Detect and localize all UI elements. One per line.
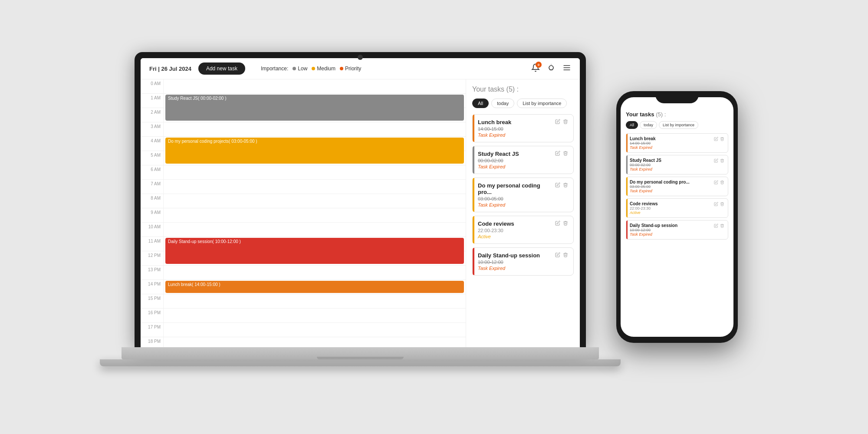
- phone-task-name: Lunch break: [630, 136, 714, 141]
- calendar-task-block[interactable]: Study React JS( 00:00-02:00 ): [165, 95, 464, 121]
- laptop-camera: [358, 55, 363, 60]
- time-label: 1 AM: [141, 94, 163, 102]
- phone-task-status: Task Expired: [630, 145, 714, 150]
- bulb-icon[interactable]: [547, 63, 556, 74]
- importance-label: Importance:: [261, 66, 288, 72]
- phone-task-status: Task Expired: [630, 189, 714, 193]
- legend-medium-label: Medium: [317, 66, 335, 72]
- phone-filter-tab-all[interactable]: All: [626, 121, 638, 129]
- task-edit-button[interactable]: [555, 151, 560, 157]
- task-item-header: Code reviews: [478, 220, 568, 227]
- phone-edit-button[interactable]: [714, 202, 718, 207]
- time-line: [163, 309, 466, 322]
- phone-delete-button[interactable]: [720, 224, 724, 229]
- time-line: [163, 194, 466, 208]
- task-accent: [473, 248, 474, 275]
- phone-screen: Your tasks (5) :AlltodayList by importan…: [621, 97, 733, 337]
- task-status: Task Expired: [478, 132, 568, 138]
- phone-tasks-title: Your tasks (5) :: [626, 111, 728, 118]
- time-line: Daily Stand-up session( 10:00-12:00 ): [163, 237, 466, 251]
- time-label: 3 AM: [141, 122, 163, 131]
- menu-icon[interactable]: [562, 63, 571, 74]
- phone-task-left: Study React JS00:00-02:00Task Expired: [630, 158, 714, 171]
- importance-legend: Importance: Low Medium Priority: [261, 66, 361, 72]
- time-slot: 9 AM: [141, 208, 466, 223]
- task-edit-button[interactable]: [555, 182, 560, 189]
- calendar-task-block[interactable]: Daily Stand-up session( 10:00-12:00 ): [165, 238, 464, 264]
- dot-medium-icon: [312, 67, 315, 70]
- phone-task-name: Do my personal coding pro...: [630, 180, 714, 184]
- phone-task-item: Study React JS00:00-02:00Task Expired: [626, 155, 728, 174]
- tasks-title-text: Your tasks: [472, 85, 506, 93]
- date-value: 26 Jul 2024: [161, 66, 191, 72]
- time-line: [163, 165, 466, 179]
- legend-low: Low: [293, 66, 307, 72]
- filter-tabs: AlltodayList by importance: [472, 99, 574, 108]
- task-name: Daily Stand-up session: [478, 252, 540, 259]
- time-slot: 0 AM: [141, 79, 466, 94]
- task-actions: [555, 220, 568, 227]
- task-edit-button[interactable]: [555, 119, 560, 125]
- time-slot: 8 AM: [141, 194, 466, 208]
- task-item: Study React JS00:00-02:00Task Expired: [472, 146, 574, 174]
- time-line: [163, 122, 466, 136]
- task-actions: [555, 151, 568, 157]
- calendar-panel[interactable]: 0 AM1 AMStudy React JS( 00:00-02:00 )2 A…: [141, 79, 466, 347]
- task-delete-button[interactable]: [563, 252, 568, 259]
- time-label: 4 AM: [141, 137, 163, 145]
- filter-tab-importance[interactable]: List by importance: [517, 99, 567, 108]
- task-delete-button[interactable]: [563, 119, 568, 125]
- phone-delete-button[interactable]: [720, 137, 724, 142]
- task-item-header: Study React JS: [478, 151, 568, 157]
- task-time: 14:00-15:00: [478, 126, 568, 132]
- time-label: 12 PM: [141, 251, 163, 260]
- phone-edit-button[interactable]: [714, 180, 718, 185]
- task-delete-button[interactable]: [563, 182, 568, 189]
- task-status: Active: [478, 234, 568, 239]
- phone-task-status: Task Expired: [630, 232, 714, 237]
- task-item-header: Lunch break: [478, 119, 568, 125]
- task-item-header: Do my personal coding pro...: [478, 182, 568, 195]
- calendar-task-block[interactable]: Do my personal coding projects( 03:00-05…: [165, 138, 464, 164]
- laptop-foot: [100, 359, 621, 366]
- notification-button[interactable]: 0: [531, 63, 540, 74]
- task-time: 03:00-05:00: [478, 196, 568, 201]
- filter-tab-all[interactable]: All: [472, 99, 489, 108]
- task-name: Code reviews: [478, 220, 514, 227]
- filter-tab-today[interactable]: today: [491, 99, 514, 108]
- time-label: 0 AM: [141, 79, 163, 88]
- time-slot: 3 AM: [141, 122, 466, 137]
- time-label: 18 PM: [141, 337, 163, 345]
- phone-task-actions: [714, 136, 724, 142]
- time-slot: 18 PM: [141, 337, 466, 347]
- time-line: [163, 294, 466, 308]
- laptop-base: [122, 347, 599, 359]
- task-time: 00:00-02:00: [478, 158, 568, 163]
- task-item: Lunch break14:00-15:00Task Expired: [472, 114, 574, 142]
- phone-edit-button[interactable]: [714, 137, 718, 142]
- calendar-task-block[interactable]: Lunch break( 14:00-15:00 ): [165, 281, 464, 293]
- phone-filter-tab-today[interactable]: today: [640, 121, 657, 129]
- phone-task-accent: [626, 155, 628, 174]
- phone-task-name: Code reviews: [630, 201, 714, 206]
- time-label: 2 AM: [141, 108, 163, 116]
- task-delete-button[interactable]: [563, 151, 568, 157]
- task-item: Do my personal coding pro...03:00-05:00T…: [472, 178, 574, 212]
- time-label: 5 AM: [141, 151, 163, 159]
- phone-delete-button[interactable]: [720, 202, 724, 207]
- phone-delete-button[interactable]: [720, 180, 724, 185]
- phone-delete-button[interactable]: [720, 158, 724, 164]
- phone-edit-button[interactable]: [714, 158, 718, 164]
- task-status: Task Expired: [478, 164, 568, 169]
- task-edit-button[interactable]: [555, 252, 560, 259]
- add-task-button[interactable]: Add new task: [198, 62, 245, 75]
- phone-filter-tab-importance[interactable]: List by importance: [659, 121, 698, 129]
- phone-task-status: Active: [630, 210, 714, 215]
- phone-task-item: Code reviews22:00-23:30Active: [626, 198, 728, 218]
- phone-edit-button[interactable]: [714, 224, 718, 229]
- time-label: 13 PM: [141, 266, 163, 274]
- task-delete-button[interactable]: [563, 220, 568, 227]
- task-edit-button[interactable]: [555, 220, 560, 227]
- time-slot: 10 AM: [141, 223, 466, 237]
- phone-task-name: Daily Stand-up session: [630, 223, 714, 228]
